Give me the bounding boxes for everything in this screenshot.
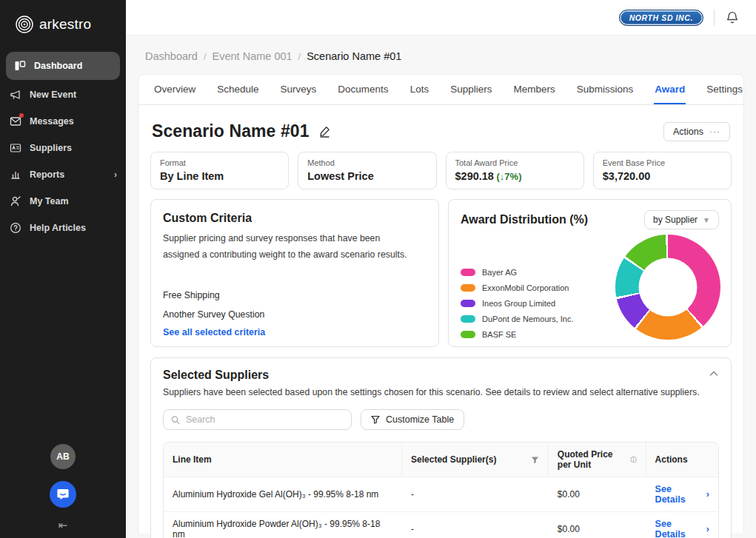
col-line-item: Line Item: [164, 443, 402, 477]
avatar[interactable]: AB: [50, 444, 76, 469]
sidebar-item-label: My Team: [30, 196, 69, 206]
chat-button[interactable]: [50, 481, 76, 508]
table-header-row: Line Item Selected Supplier(s) Quoted Pr…: [164, 443, 718, 477]
actions-label: Actions: [673, 127, 703, 137]
tab-surveys[interactable]: Surveys: [280, 75, 318, 104]
info-card-value: $3,720.00: [603, 170, 722, 182]
price-value: $0.00: [558, 489, 580, 500]
content-area: Dashboard/Event Name 001/Scenario Name #…: [126, 36, 756, 538]
award-distribution-title: Award Distribution (%): [461, 213, 588, 226]
collapse-sidebar-icon[interactable]: ⇤: [58, 519, 68, 531]
suppliers-table: Line Item Selected Supplier(s) Quoted Pr…: [163, 442, 719, 538]
breadcrumb-item[interactable]: Event Name 001: [213, 50, 292, 62]
tab-suppliers[interactable]: Suppliers: [449, 75, 492, 104]
info-card-value: $290.18 (↓7%): [455, 170, 575, 182]
see-all-criteria-link[interactable]: See all selected criteria: [163, 327, 265, 337]
award-distribution-card: Award Distribution (%) by Supplier ▼ Bay…: [448, 199, 732, 347]
search-input[interactable]: [186, 414, 344, 425]
sidebar-item-new-event[interactable]: New Event: [0, 81, 126, 108]
award-distribution-header: Award Distribution (%) by Supplier ▼: [461, 210, 719, 229]
legend-item[interactable]: DuPont de Nemours, Inc.: [461, 315, 574, 323]
info-cards-row: FormatBy Line ItemMethodLowest PriceTota…: [150, 152, 732, 189]
info-icon[interactable]: [630, 455, 637, 464]
legend-item[interactable]: Bayer AG: [461, 268, 574, 277]
tab-overview[interactable]: Overview: [153, 75, 196, 104]
see-details-link[interactable]: See Details›: [655, 519, 709, 538]
by-supplier-dropdown[interactable]: by Supplier ▼: [644, 210, 719, 229]
col-actions: Actions: [646, 443, 718, 477]
page-title: Scenario Name #01: [152, 121, 310, 141]
legend-label: Ineos Group Limited: [482, 299, 555, 308]
table-row: Aluminium Hydroxide Gel Al(OH)₃ - 99.95%…: [164, 477, 718, 511]
legend-swatch: [461, 300, 475, 307]
tab-settings[interactable]: Settings: [706, 75, 743, 104]
tab-documents[interactable]: Documents: [337, 75, 389, 104]
info-card-method: MethodLowest Price: [298, 152, 436, 189]
person-icon: [9, 195, 22, 208]
search-box[interactable]: [163, 409, 352, 430]
info-card-value: By Line Item: [160, 170, 279, 182]
sidebar-item-label: Dashboard: [34, 61, 82, 71]
sidebar-item-messages[interactable]: Messages: [0, 108, 126, 135]
chart-legend: Bayer AGExxonMobil CorporationIneos Grou…: [461, 268, 574, 339]
app-window: arkestro DashboardNew EventMessagesSuppl…: [0, 0, 756, 538]
info-card-delta: (↓7%): [494, 171, 522, 182]
info-card-value: Lowest Price: [307, 170, 426, 182]
id-card-icon: [9, 141, 22, 155]
by-supplier-label: by Supplier: [653, 215, 698, 225]
bar-chart-icon: [9, 168, 22, 181]
legend-label: BASF SE: [482, 330, 516, 339]
actions-button[interactable]: Actions ···: [663, 122, 730, 141]
legend-item[interactable]: Ineos Group Limited: [461, 299, 574, 308]
tab-lots[interactable]: Lots: [409, 75, 430, 104]
panel-body: Scenario Name #01 Actions ··· FormatBy L…: [138, 105, 743, 538]
tab-members[interactable]: Members: [512, 75, 555, 104]
info-card-event-base-price: Event Base Price$3,720.00: [593, 152, 732, 189]
info-card-label: Total Award Price: [455, 158, 575, 167]
selected-suppliers-description: Suppliers have been selected based upon …: [163, 387, 719, 397]
tab-award[interactable]: Award: [654, 75, 686, 104]
sidebar-item-reports[interactable]: Reports›: [0, 161, 126, 188]
col-quoted-price: Quoted Price per Unit: [549, 443, 646, 477]
table-body: Aluminium Hydroxide Gel Al(OH)₃ - 99.95%…: [164, 477, 718, 538]
chevron-right-icon: ›: [706, 524, 709, 534]
sidebar-item-suppliers[interactable]: Suppliers: [0, 135, 126, 161]
see-details-link[interactable]: See Details›: [655, 484, 709, 505]
suppliers-toolbar: Customize Table: [163, 409, 719, 430]
criteria-item: Another Survey Question: [163, 309, 264, 320]
table-row: Aluminium Hydroxide Powder Al(OH)₃ - 99.…: [164, 511, 718, 538]
cell-line-item: Aluminium Hydroxide Gel Al(OH)₃ - 99.95%…: [164, 477, 402, 511]
custom-criteria-list: Free ShippingAnother Survey Question: [163, 290, 264, 320]
arkestro-logo-icon: [15, 15, 34, 34]
legend-label: DuPont de Nemours, Inc.: [482, 315, 574, 323]
sidebar-item-label: Help Articles: [30, 223, 86, 233]
breadcrumb-separator: /: [204, 51, 207, 62]
sidebar-item-my-team[interactable]: My Team: [0, 188, 126, 215]
legend-item[interactable]: ExxonMobil Corporation: [461, 283, 574, 292]
breadcrumb-item[interactable]: Dashboard: [145, 50, 198, 62]
tab-submissions[interactable]: Submissions: [576, 75, 635, 104]
tab-schedule[interactable]: Schedule: [216, 75, 259, 104]
column-filter-icon[interactable]: [531, 456, 539, 464]
chevron-down-icon: ▼: [703, 216, 710, 224]
chevron-right-icon: ›: [114, 169, 117, 180]
sidebar-item-dashboard[interactable]: Dashboard: [6, 52, 120, 80]
chevron-up-icon[interactable]: [709, 369, 719, 379]
megaphone-icon: [9, 88, 22, 101]
cell-actions: See Details›: [646, 477, 718, 511]
sidebar-item-help-articles[interactable]: Help Articles: [0, 215, 126, 241]
cell-quoted-price: $0.00: [549, 512, 646, 538]
customize-table-button[interactable]: Customize Table: [361, 409, 464, 430]
legend-item[interactable]: BASF SE: [461, 330, 574, 339]
info-card-format: FormatBy Line Item: [150, 152, 289, 189]
col-selected-supplier-label: Selected Supplier(s): [411, 454, 496, 465]
cards-row: Custom Criteria Supplier pricing and sur…: [150, 199, 732, 347]
edit-pencil-icon[interactable]: [318, 125, 331, 138]
cell-selected-supplier: -: [402, 477, 549, 511]
donut-chart: [615, 235, 720, 340]
more-dots-icon: ···: [709, 127, 720, 137]
topbar-divider: [714, 10, 715, 26]
main-area: NORTH SD INC. Dashboard/Event Name 001/S…: [126, 0, 756, 538]
sidebar-bottom: AB ⇤: [0, 444, 126, 531]
bell-icon[interactable]: [725, 10, 740, 25]
